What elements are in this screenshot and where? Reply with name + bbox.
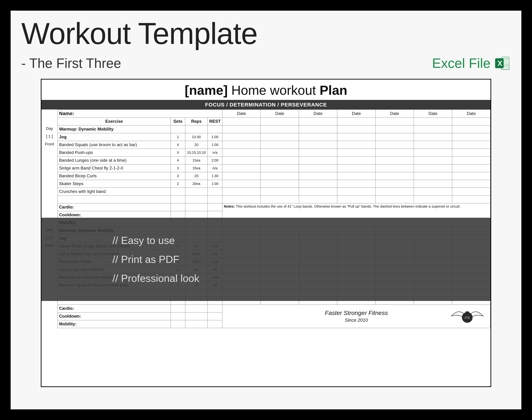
rest-cell: 1:30 — [208, 172, 222, 180]
log-cell — [261, 180, 299, 188]
side-label — [42, 172, 57, 180]
exercise-name: Banded Bicep Curls — [57, 172, 171, 180]
sets-cell: 2 — [171, 180, 185, 188]
excel-file-badge: Excel File — [432, 55, 511, 72]
log-cell — [261, 125, 299, 133]
side-label: [ 1 ] — [42, 133, 57, 141]
sets-cell: 3 — [171, 172, 185, 180]
log-cell — [261, 141, 299, 149]
sets-cell — [171, 125, 185, 133]
brand-cell: Faster Stronger FitnessSince 2010 F/S — [222, 304, 490, 328]
log-cell — [337, 188, 376, 195]
rest-cell: n/a — [208, 164, 222, 172]
log-cell — [452, 164, 490, 172]
exercise-row: Sinlge arm Band Chest fly 2-1-2-0 3 15ea… — [42, 164, 490, 172]
plan-title-plan: Plan — [320, 83, 347, 98]
plan-title-name: [name] — [185, 83, 228, 98]
log-cell — [337, 125, 376, 133]
sub-row: - The First Three Excel File — [21, 55, 511, 72]
log-cell — [414, 164, 452, 172]
log-cell — [376, 156, 414, 164]
log-cell — [222, 195, 261, 203]
reps-cell: 10.00 — [185, 133, 208, 141]
date-cell-2: Date — [261, 109, 299, 118]
reps-cell — [185, 188, 208, 195]
log-cell — [376, 164, 414, 172]
wing-logo-icon: F/S — [450, 306, 485, 326]
log-cell — [222, 133, 261, 141]
exercise-row: Banded Lunges (one side at a time) 4 15e… — [42, 156, 490, 164]
exercise-name: Warmup: Dynamic Mobility — [57, 125, 171, 133]
hero-title: Workout Template — [21, 18, 511, 49]
log-cell — [299, 188, 337, 195]
log-cell — [261, 195, 299, 203]
plan-title-mid: Home workout — [228, 83, 320, 98]
log-cell — [222, 141, 261, 149]
log-cell — [337, 172, 376, 180]
log-cell — [299, 172, 337, 180]
log-cell — [452, 156, 490, 164]
svg-rect-6 — [466, 311, 469, 314]
rest-cell: 2:00 — [208, 156, 222, 164]
subtitle: - The First Three — [21, 55, 121, 71]
section-label: Cardio: — [57, 304, 171, 312]
log-cell — [452, 172, 490, 180]
log-cell — [337, 141, 376, 149]
overlay-line-1: // Easy to use — [113, 234, 419, 246]
log-cell — [452, 180, 490, 188]
exercise-row: Skater Steps 2 20ea 1:00 — [42, 180, 490, 188]
rest-cell — [208, 125, 222, 133]
log-cell — [299, 133, 337, 141]
col-sets: Sets — [171, 118, 185, 125]
log-cell — [414, 133, 452, 141]
sets-cell: 3 — [171, 164, 185, 172]
feature-overlay: // Easy to use // Print as PDF // Profes… — [42, 218, 490, 301]
side-label: Front — [42, 141, 57, 149]
sets-cell: 4 — [171, 149, 185, 156]
exercise-name: Jog — [57, 133, 171, 141]
worksheet-preview: [name] Home workout Plan FOCUS / DETERMI… — [41, 79, 491, 387]
side-label — [42, 188, 57, 195]
section-label: Cardio: — [57, 203, 171, 211]
side-label — [42, 180, 57, 188]
log-cell — [299, 141, 337, 149]
exercise-name: Sinlge arm Band Chest fly 2-1-2-0 — [57, 164, 171, 172]
exercise-row: Front Banded Squats (use broom to act as… — [42, 141, 490, 149]
reps-cell: 20 — [185, 172, 208, 180]
side-spacer — [42, 109, 57, 118]
log-cell — [376, 149, 414, 156]
section-row: Cardio: Notes: This workout includes the… — [42, 203, 490, 211]
side-label — [42, 195, 57, 203]
log-cell — [337, 149, 376, 156]
promo-canvas: Workout Template - The First Three Excel… — [11, 11, 521, 409]
date-cell-7: Date — [452, 109, 490, 118]
log-cell — [299, 156, 337, 164]
rest-cell — [208, 195, 222, 203]
sets-cell — [171, 188, 185, 195]
log-cell — [222, 172, 261, 180]
side-label — [42, 164, 57, 172]
section-label: Mobility: — [57, 320, 171, 328]
log-cell — [414, 149, 452, 156]
date-cell-1: Date — [222, 109, 261, 118]
exercise-name — [57, 195, 171, 203]
svg-text:F/S: F/S — [465, 316, 470, 320]
log-cell — [376, 188, 414, 195]
exercise-row: Crunches with light band — [42, 188, 490, 195]
reps-cell — [185, 125, 208, 133]
log-cell — [414, 156, 452, 164]
log-cell — [222, 156, 261, 164]
col-rest: REST — [208, 118, 222, 125]
log-cell — [452, 188, 490, 195]
sets-cell: 4 — [171, 156, 185, 164]
log-cell — [452, 133, 490, 141]
exercise-name: Banded Squats (use broom to act as bar) — [57, 141, 171, 149]
reps-cell: 15ea — [185, 156, 208, 164]
exercise-row: [ 1 ] Jog 1 10.00 1:00 — [42, 133, 490, 141]
rest-cell: 1:00 — [208, 180, 222, 188]
exercise-row: Banded Push-ups 4 15,15,10,10 n/a — [42, 149, 490, 156]
col-reps: Reps — [185, 118, 208, 125]
rest-cell: 1:00 — [208, 133, 222, 141]
reps-cell: 15,15,10,10 — [185, 149, 208, 156]
log-cell — [337, 133, 376, 141]
